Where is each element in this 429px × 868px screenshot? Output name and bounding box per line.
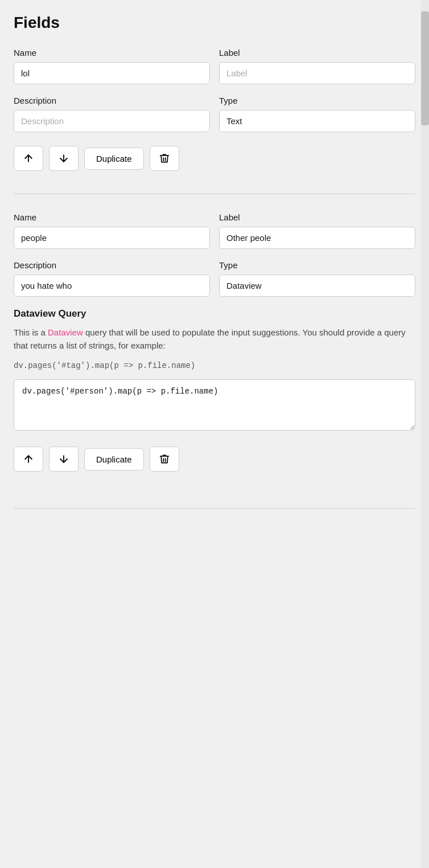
field2-name-col: Name	[14, 212, 210, 249]
field2-up-button[interactable]	[14, 447, 43, 472]
field1-type-button[interactable]: Text	[219, 110, 415, 132]
field1-name-input[interactable]	[14, 62, 210, 84]
dataview-query-textarea[interactable]: dv.pages('#person').map(p => p.file.name…	[14, 379, 415, 431]
page-title: Fields	[14, 14, 415, 32]
field1-type-label: Type	[219, 96, 415, 105]
page-container: Fields Name Label Description Type Text	[0, 0, 429, 550]
arrow-down-icon-2	[58, 453, 69, 465]
field2-type-label: Type	[219, 260, 415, 270]
code-example: dv.pages('#tag').map(p => p.file.name)	[14, 361, 415, 370]
arrow-up-icon	[23, 153, 34, 164]
field1-up-button[interactable]	[14, 146, 43, 171]
field2-action-row: Duplicate	[14, 447, 415, 472]
dataview-description: This is a Dataview query that will be us…	[14, 326, 415, 352]
field2-type-col: Type Dataview	[219, 260, 415, 297]
dataview-link[interactable]: Dataview	[48, 327, 83, 337]
field2-delete-button[interactable]	[150, 447, 179, 472]
field1-name-label-row: Name Label	[14, 48, 415, 84]
dataview-query-title: Dataview Query	[14, 308, 415, 320]
field2-label-input[interactable]	[219, 227, 415, 249]
field1-name-label: Name	[14, 48, 210, 58]
field2-description-label: Description	[14, 260, 210, 270]
field2-description-col: Description	[14, 260, 210, 297]
field-section-1: Name Label Description Type Text	[14, 48, 415, 189]
bottom-divider	[14, 508, 415, 509]
trash-icon	[159, 153, 170, 164]
field2-down-button[interactable]	[49, 447, 79, 472]
arrow-down-icon	[58, 153, 69, 164]
section-divider	[14, 194, 415, 194]
field1-description-col: Description	[14, 96, 210, 132]
field1-description-input[interactable]	[14, 110, 210, 132]
field2-type-button[interactable]: Dataview	[219, 275, 415, 297]
field1-desc-type-row: Description Type Text	[14, 96, 415, 132]
field1-name-col: Name	[14, 48, 210, 84]
field2-description-input[interactable]	[14, 275, 210, 297]
field2-duplicate-button[interactable]: Duplicate	[84, 448, 144, 470]
scrollbar-thumb[interactable]	[421, 11, 429, 125]
field2-desc-type-row: Description Type Dataview	[14, 260, 415, 297]
field1-delete-button[interactable]	[150, 146, 179, 171]
field2-label-col: Label	[219, 212, 415, 249]
field-section-2: Name Label Description Type Dataview Dat…	[14, 212, 415, 490]
field1-label-label: Label	[219, 48, 415, 58]
field1-type-col: Type Text	[219, 96, 415, 132]
dataview-description-before: This is a	[14, 327, 48, 337]
field1-duplicate-button[interactable]: Duplicate	[84, 148, 144, 170]
field2-name-label: Name	[14, 212, 210, 222]
field1-description-label: Description	[14, 96, 210, 105]
field1-label-input[interactable]	[219, 62, 415, 84]
arrow-up-icon-2	[23, 453, 34, 465]
field1-down-button[interactable]	[49, 146, 79, 171]
field2-label-label: Label	[219, 212, 415, 222]
field2-name-label-row: Name Label	[14, 212, 415, 249]
dataview-query-section: Dataview Query This is a Dataview query …	[14, 308, 415, 433]
field2-name-input[interactable]	[14, 227, 210, 249]
field1-label-col: Label	[219, 48, 415, 84]
trash-icon-2	[159, 453, 170, 465]
scrollbar-track[interactable]	[421, 0, 429, 868]
field1-action-row: Duplicate	[14, 146, 415, 171]
